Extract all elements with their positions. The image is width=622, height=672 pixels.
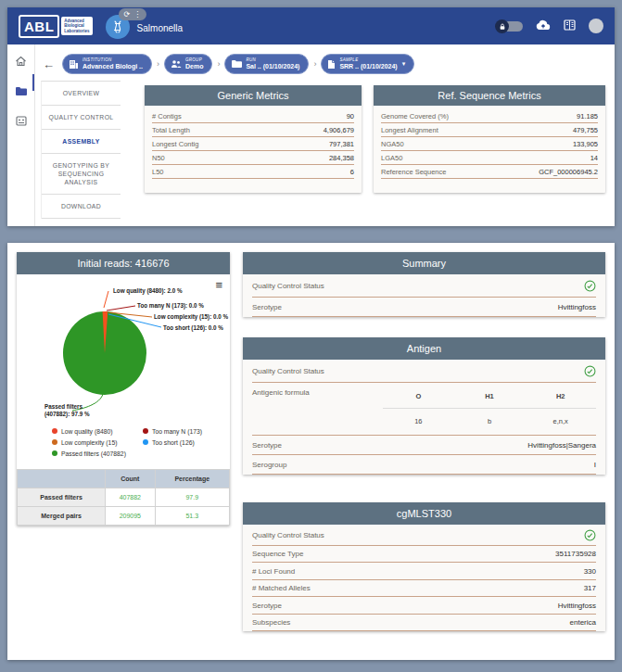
formula-value-h2: e,n,x bbox=[525, 409, 596, 429]
rail-active-indicator bbox=[32, 74, 34, 91]
top-navbar: ABL Advanced Biological Laboratories ⟳ ⋮… bbox=[7, 7, 615, 44]
reads-stats-table: Count Percentage Passed filters 407882 9… bbox=[17, 469, 230, 526]
summary-card: Summary Quality Control Status Serotype … bbox=[243, 252, 605, 317]
ref-metrics-title: Ref. Sequence Metrics bbox=[374, 85, 605, 106]
abl-logo[interactable]: ABL Advanced Biological Laboratories bbox=[19, 14, 93, 38]
legend-item: Too many N (173) bbox=[143, 425, 202, 437]
formula-header-h2: H2 bbox=[525, 388, 596, 408]
formula-value-o: 16 bbox=[383, 409, 454, 429]
archive-icon[interactable] bbox=[16, 113, 27, 130]
header-percentage: Percentage bbox=[155, 470, 230, 488]
chart-menu-icon[interactable]: ≡ bbox=[215, 278, 222, 292]
legend-item: Passed filters (407882) bbox=[52, 448, 141, 459]
legend-dot-too-many-n bbox=[143, 428, 148, 434]
user-avatar[interactable] bbox=[589, 19, 603, 33]
breadcrumb-run[interactable]: RUNSal .. (01/10/2024) bbox=[224, 54, 309, 74]
metric-row: NGA50133,905 bbox=[381, 137, 598, 151]
legend-dot-passed-filters bbox=[52, 450, 57, 456]
header-empty bbox=[18, 470, 106, 488]
callout-low-complexity: Low complexity (15): 0.0 % bbox=[154, 313, 228, 320]
legend-dot-low-complexity bbox=[52, 439, 57, 445]
serogroup-row: Serogroup I bbox=[252, 455, 596, 475]
top-panel-content: ← INSTITUTIONAdvanced Biologi .. › GROUP… bbox=[7, 44, 615, 226]
tab-genotyping[interactable]: GENOTYPING BY SEQUENCING ANALYSIS bbox=[42, 154, 121, 195]
legend-dot-low-quality bbox=[52, 428, 57, 434]
metric-row: Longest Alignment479,755 bbox=[381, 123, 598, 137]
initial-reads-title: Initial reads: 416676 bbox=[17, 252, 230, 274]
navbar-actions bbox=[495, 18, 603, 34]
lock-toggle[interactable] bbox=[495, 19, 523, 32]
generic-metrics-title: Generic Metrics bbox=[145, 85, 362, 106]
loci-found-row: # Loci Found330 bbox=[252, 563, 596, 580]
tab-overview[interactable]: OVERVIEW bbox=[42, 82, 121, 106]
chevron-down-icon[interactable]: ▾ bbox=[402, 60, 406, 68]
tab-quality-control[interactable]: QUALITY CONTROL bbox=[42, 106, 121, 130]
breadcrumb-separator: › bbox=[217, 59, 220, 69]
sequence-type-row: Sequence Type3511735928 bbox=[252, 546, 596, 564]
table-header-row: Count Percentage bbox=[18, 470, 230, 488]
antigen-card: Antigen Quality Control Status Antigenic… bbox=[243, 337, 605, 475]
back-arrow-icon[interactable]: ← bbox=[43, 57, 55, 71]
refresh-icon[interactable]: ⟳ bbox=[124, 11, 131, 19]
table-row: Passed filters 407882 97.9 bbox=[18, 488, 230, 507]
breadcrumb-sample[interactable]: SAMPLESRR .. (01/10/2024) ▾ bbox=[321, 54, 414, 74]
assembly-panel: ABL Advanced Biological Laboratories ⟳ ⋮… bbox=[7, 7, 615, 226]
crumb-value: Demo bbox=[185, 63, 203, 70]
table-row: Merged pairs 209095 51.3 bbox=[18, 507, 230, 526]
icon-rail bbox=[7, 44, 35, 226]
top-main: ← INSTITUTIONAdvanced Biologi .. › GROUP… bbox=[35, 44, 615, 226]
metric-row: Reference SequenceGCF_000006945.2 bbox=[381, 165, 598, 179]
pathogen-title: Salmonella bbox=[137, 23, 183, 33]
context-actions-pill: ⟳ ⋮ bbox=[119, 8, 147, 20]
group-icon bbox=[171, 59, 182, 69]
generic-metrics-card: Generic Metrics # Contigs90 Total Length… bbox=[145, 85, 362, 193]
tab-assembly[interactable]: ASSEMBLY bbox=[42, 130, 121, 154]
application-window: ABL Advanced Biological Laboratories ⟳ ⋮… bbox=[0, 0, 622, 672]
pathogen-context: ⟳ ⋮ Salmonella bbox=[106, 7, 217, 44]
formula-value-h1: b bbox=[454, 409, 526, 429]
metric-row: L506 bbox=[152, 165, 354, 179]
legend-item: Low complexity (15) bbox=[52, 437, 141, 448]
quality-control-panel: Initial reads: 416676 ≡ Low quality (848… bbox=[7, 243, 615, 660]
crumb-value: Sal .. (01/10/2024) bbox=[246, 63, 299, 70]
metric-row: # Contigs90 bbox=[152, 109, 354, 123]
legend-item: Too short (126) bbox=[143, 437, 202, 448]
legend-dot-too-short bbox=[143, 439, 148, 445]
samples-folder-icon[interactable] bbox=[15, 83, 28, 100]
crumb-value: Advanced Biologi .. bbox=[83, 63, 143, 70]
metric-row: LGA5014 bbox=[381, 151, 598, 165]
cloud-upload-icon[interactable] bbox=[536, 18, 551, 34]
serotype-row: Serotype Hvittingfoss bbox=[252, 298, 596, 317]
run-folder-icon bbox=[231, 59, 242, 69]
summary-title: Summary bbox=[243, 252, 605, 274]
qc-status-row: Quality Control Status bbox=[252, 360, 596, 383]
reads-pie-chart: ≡ Low quality (8480): 2.0 % Too many N (… bbox=[17, 274, 230, 464]
crumb-value: SRR .. (01/10/2024) bbox=[339, 63, 397, 70]
metric-row: Longest Contig797,381 bbox=[152, 137, 354, 151]
qc-pass-icon bbox=[584, 365, 596, 377]
cgmlst-card: cgMLST330 Quality Control Status Sequenc… bbox=[243, 502, 605, 631]
antigen-title: Antigen bbox=[243, 337, 605, 360]
report-book-icon[interactable] bbox=[564, 18, 576, 34]
header-count: Count bbox=[106, 470, 155, 488]
tab-download[interactable]: DOWNLOAD bbox=[42, 195, 121, 219]
sample-file-icon bbox=[327, 59, 336, 70]
more-options-icon[interactable]: ⋮ bbox=[133, 11, 141, 19]
antigenic-formula-row: Antigenic formula O H1 H2 16 b e,n,x bbox=[252, 383, 596, 436]
home-icon[interactable] bbox=[15, 54, 27, 70]
qc-status-row: Quality Control Status bbox=[252, 274, 596, 298]
antigenic-formula-table: O H1 H2 16 b e,n,x bbox=[383, 388, 596, 429]
abl-logo-abbr: ABL bbox=[19, 15, 59, 38]
formula-header-o: O bbox=[383, 388, 454, 408]
breadcrumb: ← INSTITUTIONAdvanced Biologi .. › GROUP… bbox=[35, 51, 615, 77]
metric-row: Genome Covered (%)91.185 bbox=[381, 109, 598, 123]
callout-low-quality: Low quality (8480): 2.0 % bbox=[113, 287, 183, 294]
serotype-row: Serotype Hvittingfoss|Sangera bbox=[252, 436, 596, 455]
callout-too-short: Too short (126): 0.0 % bbox=[163, 324, 223, 331]
initial-reads-card: Initial reads: 416676 ≡ Low quality (848… bbox=[17, 252, 230, 526]
breadcrumb-separator: › bbox=[313, 59, 316, 69]
qc-status-row: Quality Control Status bbox=[252, 525, 596, 546]
breadcrumb-group[interactable]: GROUPDemo bbox=[164, 54, 212, 74]
breadcrumb-institution[interactable]: INSTITUTIONAdvanced Biologi .. bbox=[62, 54, 152, 74]
serotype-row: SerotypeHvittingfoss bbox=[252, 597, 596, 615]
